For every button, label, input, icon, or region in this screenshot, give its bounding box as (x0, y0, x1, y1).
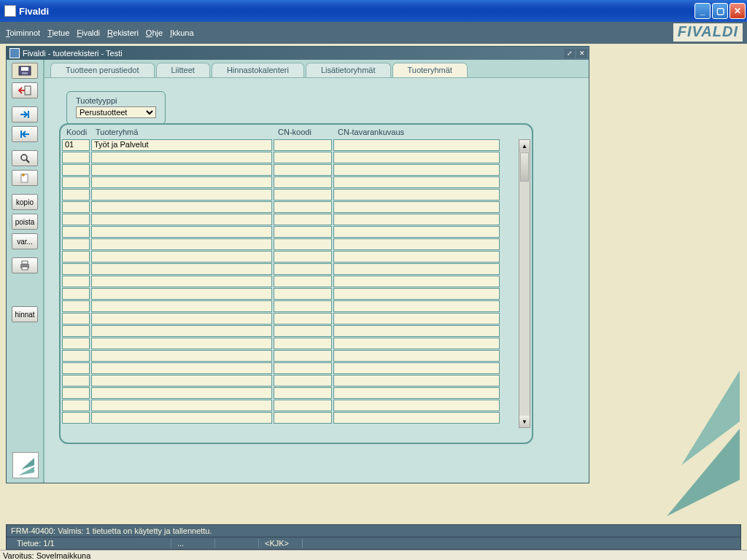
cell-koodi[interactable] (62, 412, 90, 424)
table-row[interactable] (62, 251, 530, 262)
cell-kuvaus[interactable] (333, 263, 500, 275)
cell-koodi[interactable] (62, 251, 90, 262)
cell-koodi[interactable] (62, 189, 90, 201)
cell-cn[interactable] (274, 400, 332, 411)
table-row[interactable] (62, 263, 530, 275)
cell-kuvaus[interactable] (333, 350, 500, 362)
cell-ryhma[interactable] (91, 263, 272, 275)
close-button[interactable]: ✕ (729, 3, 746, 19)
cell-kuvaus[interactable] (333, 189, 500, 201)
tuotetyyppi-select[interactable]: Perustuotteet (76, 106, 156, 118)
prev-button[interactable] (12, 126, 38, 142)
table-row[interactable] (62, 375, 530, 386)
table-row[interactable]: 01Työt ja Palvelut (62, 139, 530, 151)
cell-kuvaus[interactable] (333, 288, 500, 300)
cell-kuvaus[interactable] (333, 300, 500, 312)
cell-ryhma[interactable] (91, 412, 272, 424)
cell-cn[interactable] (274, 201, 332, 213)
cell-kuvaus[interactable] (333, 164, 500, 176)
cell-kuvaus[interactable] (333, 387, 500, 399)
save-button[interactable] (12, 63, 38, 79)
tab-hinnastokalenteri[interactable]: Hinnastokalenteri (212, 63, 304, 77)
search-button[interactable] (12, 150, 38, 166)
cell-ryhma[interactable] (91, 164, 272, 176)
scroll-down-icon[interactable]: ▼ (519, 416, 530, 427)
cell-koodi[interactable] (62, 325, 90, 337)
menu-rekisteri[interactable]: Rekisteri (107, 28, 139, 37)
cell-cn[interactable] (274, 300, 332, 312)
menu-fivaldi[interactable]: Fivaldi (77, 28, 100, 37)
cell-cn[interactable] (274, 176, 332, 188)
tab-lisatietoryhmat[interactable]: Lisätietoryhmät (306, 63, 391, 77)
cell-koodi[interactable]: 01 (62, 139, 90, 151)
cell-ryhma[interactable] (91, 238, 272, 250)
cell-kuvaus[interactable] (333, 251, 500, 262)
table-row[interactable] (62, 238, 530, 250)
cell-koodi[interactable] (62, 387, 90, 399)
cell-kuvaus[interactable] (333, 176, 500, 188)
menu-tietue[interactable]: Tietue (47, 28, 69, 37)
cell-ryhma[interactable] (91, 375, 272, 386)
cell-ryhma[interactable] (91, 189, 272, 201)
cell-cn[interactable] (274, 164, 332, 176)
cell-cn[interactable] (274, 276, 332, 287)
cell-koodi[interactable] (62, 263, 90, 275)
tab-tuoteryhmat[interactable]: Tuoteryhmät (392, 63, 468, 77)
cell-cn[interactable] (274, 387, 332, 399)
table-row[interactable] (62, 338, 530, 349)
table-row[interactable] (62, 400, 530, 411)
cell-cn[interactable] (274, 362, 332, 374)
table-row[interactable] (62, 288, 530, 300)
cell-cn[interactable] (274, 152, 332, 163)
cell-cn[interactable] (274, 375, 332, 386)
cell-ryhma[interactable] (91, 226, 272, 238)
scroll-thumb[interactable] (520, 152, 529, 182)
cell-cn[interactable] (274, 313, 332, 324)
table-row[interactable] (62, 201, 530, 213)
cell-koodi[interactable] (62, 164, 90, 176)
cell-ryhma[interactable] (91, 276, 272, 287)
cell-koodi[interactable] (62, 400, 90, 411)
menu-ohje[interactable]: Ohje (146, 28, 163, 37)
cell-kuvaus[interactable] (333, 276, 500, 287)
grid-scrollbar[interactable]: ▲ ▼ (519, 139, 530, 428)
cell-kuvaus[interactable] (333, 338, 500, 349)
cell-kuvaus[interactable] (333, 214, 500, 225)
cell-cn[interactable] (274, 189, 332, 201)
tab-perustiedot[interactable]: Tuotteen perustiedot (50, 63, 155, 77)
cell-ryhma[interactable] (91, 300, 272, 312)
table-row[interactable] (62, 276, 530, 287)
cell-cn[interactable] (274, 350, 332, 362)
cell-ryhma[interactable] (91, 288, 272, 300)
cell-koodi[interactable] (62, 201, 90, 213)
cell-ryhma[interactable] (91, 338, 272, 349)
table-row[interactable] (62, 362, 530, 374)
var-button[interactable]: var... (12, 233, 38, 249)
next-button[interactable] (12, 106, 38, 122)
menu-ikkuna[interactable]: Ikkuna (170, 28, 193, 37)
scroll-up-icon[interactable]: ▲ (519, 140, 530, 152)
table-row[interactable] (62, 214, 530, 225)
cell-kuvaus[interactable] (333, 375, 500, 386)
cell-koodi[interactable] (62, 362, 90, 374)
cell-cn[interactable] (274, 325, 332, 337)
cell-ryhma[interactable] (91, 325, 272, 337)
menu-toiminnot[interactable]: Toiminnot (6, 28, 40, 37)
cell-koodi[interactable] (62, 313, 90, 324)
table-row[interactable] (62, 313, 530, 324)
cell-kuvaus[interactable] (333, 238, 500, 250)
table-row[interactable] (62, 325, 530, 337)
cell-cn[interactable] (274, 338, 332, 349)
cell-koodi[interactable] (62, 350, 90, 362)
cell-cn[interactable] (274, 226, 332, 238)
cell-koodi[interactable] (62, 276, 90, 287)
table-row[interactable] (62, 300, 530, 312)
cell-ryhma[interactable] (91, 313, 272, 324)
mdi-close-button[interactable]: ✕ (576, 49, 587, 58)
cell-cn[interactable] (274, 263, 332, 275)
cell-kuvaus[interactable] (333, 201, 500, 213)
maximize-button[interactable]: ▢ (712, 3, 728, 19)
cell-ryhma[interactable] (91, 387, 272, 399)
hinnat-button[interactable]: hinnat (12, 306, 38, 322)
cell-cn[interactable] (274, 288, 332, 300)
